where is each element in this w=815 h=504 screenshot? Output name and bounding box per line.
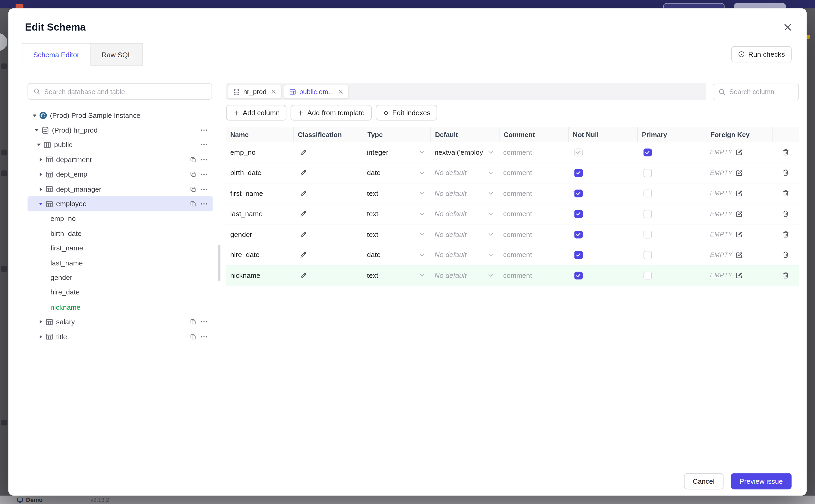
delete-column-icon[interactable] xyxy=(782,251,790,259)
column-name-cell[interactable]: last_name xyxy=(226,204,293,224)
chevron-down-icon[interactable] xyxy=(31,112,38,119)
classification-edit-icon[interactable] xyxy=(299,272,307,279)
tab-schema-editor[interactable]: Schema Editor xyxy=(22,43,91,66)
not-null-checkbox[interactable] xyxy=(575,272,583,280)
tree-column-gender[interactable]: gender xyxy=(27,270,212,285)
delete-column-icon[interactable] xyxy=(782,190,790,197)
tab-raw-sql[interactable]: Raw SQL xyxy=(91,43,143,66)
comment-input[interactable]: comment xyxy=(499,224,568,244)
tree-item-title[interactable]: title xyxy=(27,329,212,344)
column-search-input[interactable] xyxy=(729,88,793,96)
editor-tab-public-em[interactable]: public.em... xyxy=(284,85,349,99)
foreign-key-edit-icon[interactable] xyxy=(736,149,743,156)
chevron-down-icon[interactable] xyxy=(35,142,42,148)
foreign-key-edit-icon[interactable] xyxy=(736,251,743,259)
primary-checkbox[interactable] xyxy=(644,169,652,177)
chevron-right-icon[interactable] xyxy=(37,318,44,325)
column-name-cell[interactable]: gender xyxy=(226,224,293,244)
preview-issue-button[interactable]: Preview issue xyxy=(731,473,792,489)
tree-item-employee[interactable]: employee xyxy=(27,197,212,211)
default-select[interactable]: No default xyxy=(431,265,499,285)
primary-checkbox[interactable] xyxy=(644,148,652,157)
type-select[interactable]: text xyxy=(363,224,431,244)
tree-item-prod-prod-sample-instance[interactable]: (Prod) Prod Sample Instance xyxy=(27,108,212,123)
database-search-input[interactable] xyxy=(44,88,206,95)
more-menu-icon[interactable] xyxy=(200,333,208,341)
not-null-checkbox[interactable] xyxy=(575,210,583,218)
type-select[interactable]: integer xyxy=(363,142,431,162)
column-name-cell[interactable]: nickname xyxy=(226,265,293,285)
more-menu-icon[interactable] xyxy=(200,126,208,134)
comment-input[interactable]: comment xyxy=(499,142,568,162)
more-menu-icon[interactable] xyxy=(200,156,208,164)
run-checks-button[interactable]: Run checks xyxy=(732,46,792,62)
edit-indexes-button[interactable]: Edit indexes xyxy=(375,105,437,120)
type-select[interactable]: text xyxy=(363,265,431,285)
tree-item-dept-emp[interactable]: dept_emp xyxy=(27,167,212,182)
type-select[interactable]: date xyxy=(363,245,431,265)
comment-input[interactable]: comment xyxy=(499,183,568,203)
add-column-button[interactable]: Add column xyxy=(226,105,286,120)
tree-scrollbar[interactable] xyxy=(218,245,220,281)
column-name-cell[interactable]: emp_no xyxy=(226,142,293,162)
default-select[interactable]: No default xyxy=(431,224,499,244)
comment-input[interactable]: comment xyxy=(499,265,568,285)
copy-icon[interactable] xyxy=(190,186,196,193)
not-null-checkbox[interactable] xyxy=(575,230,583,239)
comment-input[interactable]: comment xyxy=(499,245,568,265)
editor-tab-hr-prod[interactable]: hr_prod xyxy=(228,85,282,99)
copy-icon[interactable] xyxy=(190,333,196,340)
tree-item-prod-hr-prod[interactable]: (Prod) hr_prod xyxy=(27,123,212,138)
tree-column-emp-no[interactable]: emp_no xyxy=(27,211,212,226)
delete-column-icon[interactable] xyxy=(782,230,790,238)
close-icon[interactable] xyxy=(783,22,793,32)
default-select[interactable]: No default xyxy=(431,204,499,224)
classification-edit-icon[interactable] xyxy=(299,210,307,218)
copy-icon[interactable] xyxy=(190,318,196,325)
type-select[interactable]: text xyxy=(363,204,431,224)
default-select[interactable]: No default xyxy=(431,183,499,203)
column-name-cell[interactable]: first_name xyxy=(226,183,293,203)
tree-item-public[interactable]: public xyxy=(27,138,212,152)
more-menu-icon[interactable] xyxy=(200,200,208,208)
primary-checkbox[interactable] xyxy=(644,230,652,239)
copy-icon[interactable] xyxy=(190,171,196,178)
chevron-right-icon[interactable] xyxy=(37,333,44,340)
classification-edit-icon[interactable] xyxy=(299,251,307,259)
comment-input[interactable]: comment xyxy=(499,163,568,183)
classification-edit-icon[interactable] xyxy=(299,190,307,197)
primary-checkbox[interactable] xyxy=(644,189,652,197)
type-select[interactable]: date xyxy=(363,163,431,183)
copy-icon[interactable] xyxy=(190,156,196,163)
classification-edit-icon[interactable] xyxy=(299,230,307,238)
classification-edit-icon[interactable] xyxy=(299,148,307,156)
primary-checkbox[interactable] xyxy=(644,210,652,218)
foreign-key-edit-icon[interactable] xyxy=(736,210,743,218)
delete-column-icon[interactable] xyxy=(782,272,790,279)
chevron-right-icon[interactable] xyxy=(37,156,44,163)
tree-column-last-name[interactable]: last_name xyxy=(27,255,212,270)
not-null-checkbox[interactable] xyxy=(575,169,583,177)
chevron-down-icon[interactable] xyxy=(33,127,40,134)
classification-edit-icon[interactable] xyxy=(299,169,307,177)
tree-column-hire-date[interactable]: hire_date xyxy=(27,285,212,300)
cancel-button[interactable]: Cancel xyxy=(684,473,724,489)
more-menu-icon[interactable] xyxy=(200,185,208,193)
foreign-key-edit-icon[interactable] xyxy=(736,169,743,177)
more-menu-icon[interactable] xyxy=(200,141,208,149)
primary-checkbox[interactable] xyxy=(644,251,652,259)
tree-column-birth-date[interactable]: birth_date xyxy=(27,226,212,241)
tree-item-salary[interactable]: salary xyxy=(27,314,212,329)
delete-column-icon[interactable] xyxy=(782,148,790,156)
more-menu-icon[interactable] xyxy=(200,318,208,326)
add-from-template-button[interactable]: Add from template xyxy=(291,105,371,120)
comment-input[interactable]: comment xyxy=(499,204,568,224)
chevron-right-icon[interactable] xyxy=(37,171,44,178)
chevron-down-icon[interactable] xyxy=(37,201,44,207)
delete-column-icon[interactable] xyxy=(782,169,790,177)
default-select[interactable]: No default xyxy=(431,245,499,265)
close-icon[interactable] xyxy=(338,89,344,95)
primary-checkbox[interactable] xyxy=(644,272,652,280)
default-select[interactable]: nextval('employ xyxy=(431,142,499,162)
type-select[interactable]: text xyxy=(363,183,431,203)
